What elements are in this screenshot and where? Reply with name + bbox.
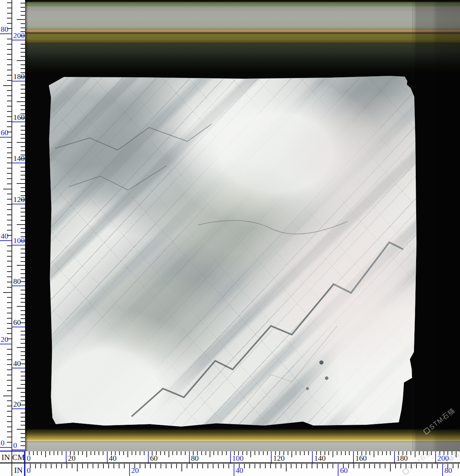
ruler-major-line [230, 451, 231, 464]
ruler-tick [21, 44, 25, 45]
scan-right-shadow [413, 0, 460, 451]
ruler-label: 80 [13, 277, 21, 286]
ruler-tick [150, 464, 151, 468]
ruler-tick [7, 307, 11, 308]
ruler-tick [218, 464, 219, 468]
ruler-major-line [66, 451, 67, 464]
ruler-tick [21, 433, 25, 434]
ruler-tick [7, 90, 11, 91]
ruler-label: 0 [13, 441, 17, 450]
ruler-tick [7, 95, 11, 96]
ruler-tick [312, 464, 312, 468]
ruler-tick [7, 359, 11, 360]
ruler-tick [21, 167, 25, 167]
ruler-tick [7, 276, 11, 277]
ruler-tick [7, 126, 11, 127]
unit-label-cm: CM [12, 453, 25, 462]
ruler-tick [21, 421, 25, 422]
ruler-tick [7, 297, 11, 298]
ruler-label: 20 [68, 454, 76, 463]
ruler-tick [21, 23, 25, 24]
ruler-tick [7, 8, 11, 8]
ruler-tick [306, 464, 307, 468]
ruler-tick [127, 451, 128, 457]
ruler-tick [7, 442, 11, 443]
ruler-tick [7, 194, 11, 194]
ruler-tick [250, 451, 251, 457]
ruler-tick [21, 331, 25, 331]
ruler-tick [208, 464, 208, 468]
ruler-tick [61, 464, 62, 468]
ruler-column-divider [11, 0, 12, 476]
ruler-tick [7, 230, 11, 231]
ruler-tick [247, 451, 247, 455]
ruler-tick [123, 451, 124, 455]
ruler-tick [7, 271, 11, 272]
vertical-ruler-inches: 806040200 [0, 0, 11, 451]
ruler-tick [46, 464, 46, 468]
ruler-tick [21, 413, 25, 413]
ruler-tick [7, 251, 11, 251]
ruler-tick [40, 464, 41, 468]
ruler-label: 20 [131, 466, 139, 475]
ruler-tick [3, 292, 11, 293]
ruler-tick [21, 134, 25, 135]
ruler-tick [21, 405, 25, 405]
ruler-tick [7, 385, 11, 386]
ruler-tick [21, 396, 25, 397]
ruler-tick [341, 451, 342, 455]
ruler-tick [21, 257, 25, 258]
ruler-tick [286, 464, 287, 471]
ruler-tick [7, 225, 11, 225]
ruler-tick [275, 464, 276, 468]
ruler-label: 0 [27, 454, 31, 463]
ruler-tick [202, 464, 203, 468]
ruler-tick [7, 147, 11, 148]
ruler-tick [21, 7, 25, 8]
ruler-tick [185, 451, 186, 455]
ruler-tick [270, 464, 271, 468]
ruler-tick [56, 464, 57, 468]
ruler-tick [41, 451, 42, 455]
ruler-tick [87, 464, 88, 468]
ruler-tick [17, 19, 25, 20]
ruler-tick [21, 343, 25, 344]
ruler-tick [140, 451, 140, 455]
ruler-tick [7, 2, 11, 3]
ruler-tick [21, 15, 25, 16]
ruler-tick [21, 322, 25, 323]
ruler-label: 0 [1, 438, 5, 447]
ruler-tick [349, 451, 350, 455]
ruler-tick [155, 464, 156, 468]
ruler-tick [308, 451, 309, 455]
ruler-tick [17, 347, 25, 348]
ruler-tick [132, 451, 132, 455]
ruler-tick [348, 464, 349, 468]
ruler-tick [21, 351, 25, 352]
ruler-tick [21, 437, 25, 438]
ruler-tick [7, 431, 11, 432]
ruler-tick [322, 464, 323, 468]
ruler-tick [7, 437, 11, 437]
ruler-label: 80 [191, 454, 199, 463]
ruler-major-line [312, 451, 313, 464]
ruler-tick [390, 451, 391, 455]
unit-label-in-row: IN [12, 466, 25, 475]
ruler-tick [181, 464, 182, 471]
ruler-tick [7, 318, 11, 319]
ruler-tick [21, 208, 25, 209]
ruler-tick [45, 451, 46, 457]
ruler-tick [21, 380, 25, 381]
ruler-tick [93, 464, 93, 468]
ruler-major-line [435, 451, 436, 464]
marble-vein-overlay [48, 75, 416, 428]
ruler-tick [21, 281, 25, 282]
ruler-tick [7, 49, 11, 50]
ruler-tick [327, 464, 328, 468]
ruler-tick [21, 294, 25, 295]
ruler-tick [37, 451, 38, 455]
ruler-tick [21, 384, 25, 385]
ruler-major-line [271, 451, 272, 464]
ruler-tick [317, 464, 318, 468]
ruler-tick [21, 445, 25, 446]
